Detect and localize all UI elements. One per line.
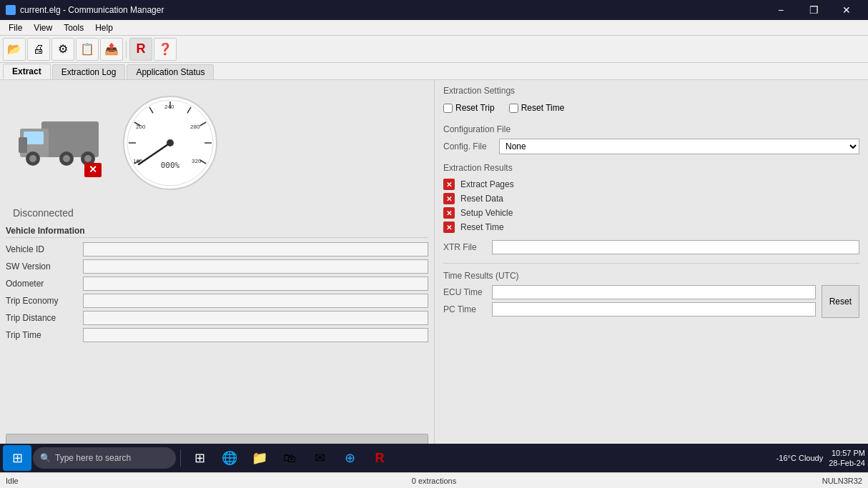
- taskbar-browser-btn[interactable]: 🌐: [215, 445, 244, 471]
- xtr-file-input[interactable]: [492, 240, 859, 254]
- trip-distance-label: Trip Distance: [6, 313, 77, 323]
- extract-pages-icon: ✕: [443, 179, 455, 190]
- ecu-time-row: ECU Time: [443, 285, 816, 299]
- reset-time-checkbox-item: Reset Time: [509, 103, 565, 113]
- extraction-settings-title: Extraction Settings: [443, 86, 859, 96]
- trip-distance-input[interactable]: [83, 311, 428, 325]
- config-file-row: Config. File None: [443, 139, 859, 154]
- reset-data-row: ✕ Reset Data: [443, 191, 859, 206]
- svg-point-7: [63, 155, 70, 162]
- speedometer-icon: 160 200 240 280 320 000%: [120, 93, 220, 193]
- taskbar-mail-btn[interactable]: ✉: [305, 445, 334, 471]
- status-idle: Idle: [6, 477, 291, 485]
- sw-version-input[interactable]: [83, 259, 428, 274]
- toolbar-separator: [126, 41, 127, 58]
- weather-info: -16°C Cloudy: [776, 454, 824, 462]
- extraction-results-section: Extraction Results ✕ Extract Pages ✕ Res…: [443, 163, 859, 254]
- config-file-select[interactable]: None: [499, 139, 859, 154]
- reset-data-icon: ✕: [443, 193, 455, 204]
- trip-economy-label: Trip Economy: [6, 296, 77, 306]
- configuration-file-section: Configuration File Config. File None: [443, 124, 859, 154]
- vehicle-id-label: Vehicle ID: [6, 244, 77, 254]
- taskbar-start-button[interactable]: ⊞: [3, 445, 31, 471]
- toolbar-settings[interactable]: ⚙: [51, 38, 74, 61]
- connection-status: Disconnected: [6, 207, 428, 219]
- configuration-file-title: Configuration File: [443, 124, 859, 134]
- reset-time-result-icon: ✕: [443, 221, 455, 233]
- system-clock: 10:57 PM 28-Feb-24: [829, 448, 865, 469]
- toolbar-print[interactable]: 🖨: [27, 38, 50, 61]
- toolbar-export[interactable]: 📤: [100, 38, 123, 61]
- menu-help[interactable]: Help: [89, 21, 119, 34]
- taskbar-app2-btn[interactable]: R: [365, 445, 394, 471]
- svg-rect-3: [19, 137, 27, 153]
- menu-file[interactable]: File: [3, 21, 28, 34]
- toolbar-help[interactable]: ❓: [154, 38, 177, 61]
- menu-bar: File View Tools Help: [0, 20, 868, 36]
- time-reset-button[interactable]: Reset: [822, 285, 859, 318]
- svg-text:000%: 000%: [161, 161, 180, 170]
- odometer-label: Odometer: [6, 279, 77, 289]
- tab-bar: Extract Extraction Log Application Statu…: [0, 63, 868, 80]
- menu-view[interactable]: View: [28, 21, 58, 34]
- taskbar-search[interactable]: 🔍 Type here to search: [33, 447, 176, 469]
- minimize-button[interactable]: −: [765, 0, 797, 20]
- tab-extraction-log[interactable]: Extraction Log: [52, 64, 126, 79]
- vehicle-id-input[interactable]: [83, 242, 428, 257]
- taskbar-explorer-btn[interactable]: 📁: [245, 445, 274, 471]
- trip-economy-row: Trip Economy: [6, 294, 428, 308]
- tab-application-status[interactable]: Application Status: [127, 64, 214, 79]
- svg-text:200: 200: [136, 124, 146, 130]
- svg-text:✕: ✕: [89, 164, 97, 175]
- pc-time-input[interactable]: [492, 302, 816, 317]
- xtr-file-label: XTR File: [443, 242, 486, 252]
- taskbar-windows-btn[interactable]: ⊞: [185, 445, 214, 471]
- sw-version-label: SW Version: [6, 262, 77, 272]
- trip-time-input[interactable]: [83, 328, 428, 342]
- trip-time-label: Trip Time: [6, 330, 77, 340]
- taskbar-store-btn[interactable]: 🛍: [275, 445, 304, 471]
- odometer-row: Odometer: [6, 277, 428, 291]
- time-fields: ECU Time PC Time: [443, 285, 816, 319]
- search-icon: 🔍: [40, 453, 51, 463]
- toolbar-open[interactable]: 📂: [3, 38, 26, 61]
- taskbar-app1-btn[interactable]: ⊕: [335, 445, 364, 471]
- tab-extract[interactable]: Extract: [3, 64, 51, 79]
- trip-economy-input[interactable]: [83, 294, 428, 308]
- svg-point-5: [29, 155, 36, 162]
- speedometer-container: 160 200 240 280 320 000%: [120, 93, 220, 193]
- maximize-button[interactable]: ❐: [798, 0, 829, 20]
- reset-time-result-label: Reset Time: [460, 222, 504, 232]
- trip-distance-row: Trip Distance: [6, 311, 428, 325]
- taskbar: ⊞ 🔍 Type here to search ⊞ 🌐 📁 🛍 ✉ ⊕ R -1…: [0, 444, 868, 472]
- reset-time-result-row: ✕ Reset Time: [443, 220, 859, 234]
- app-icon: [6, 5, 16, 15]
- ecu-time-input[interactable]: [492, 285, 816, 299]
- toolbar-badge[interactable]: R: [129, 38, 152, 61]
- clock-time: 10:57 PM: [829, 448, 865, 458]
- right-panel-wrapper: Extraction Settings Reset Trip Reset Tim…: [435, 80, 868, 472]
- search-placeholder: Type here to search: [55, 453, 131, 463]
- vehicle-info-section: Vehicle Information Vehicle ID SW Versio…: [6, 224, 428, 427]
- odometer-input[interactable]: [83, 277, 428, 291]
- svg-point-29: [167, 139, 174, 146]
- extraction-settings-section: Extraction Settings Reset Trip Reset Tim…: [443, 86, 859, 116]
- status-id: NULN3R32: [577, 477, 862, 485]
- config-file-label: Config. File: [443, 141, 493, 151]
- vehicle-display: ✕: [6, 86, 428, 200]
- toolbar-clipboard[interactable]: 📋: [76, 38, 99, 61]
- reset-data-label: Reset Data: [460, 194, 503, 204]
- truck-icon: ✕: [13, 100, 106, 179]
- title-bar-left: current.elg - Communication Manager: [6, 5, 164, 15]
- svg-point-9: [84, 155, 92, 162]
- main-content: ✕: [0, 80, 868, 472]
- reset-time-checkbox[interactable]: [509, 104, 518, 113]
- close-button[interactable]: ✕: [831, 0, 862, 20]
- setup-vehicle-row: ✕ Setup Vehicle: [443, 206, 859, 220]
- extraction-results-title: Extraction Results: [443, 163, 859, 173]
- title-bar: current.elg - Communication Manager − ❐ …: [0, 0, 868, 20]
- clock-date: 28-Feb-24: [829, 458, 865, 468]
- reset-time-label: Reset Time: [521, 103, 565, 113]
- reset-trip-checkbox[interactable]: [443, 104, 453, 113]
- menu-tools[interactable]: Tools: [58, 21, 89, 34]
